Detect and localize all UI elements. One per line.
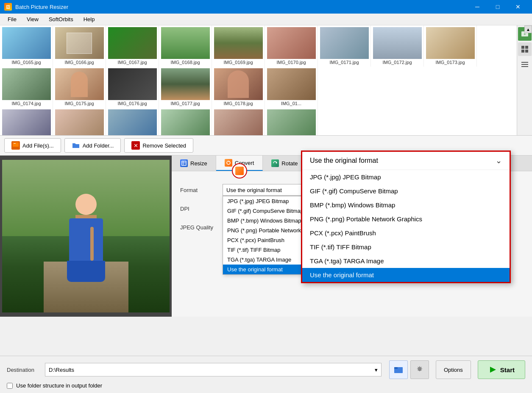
thumbnail-image [55,109,104,135]
thumbnail-image [108,109,157,135]
thumbnail-image [161,109,210,135]
rotate-tab-icon [271,159,279,167]
preview-panel [0,156,172,317]
add-files-button[interactable]: Add File(s)... [4,138,61,153]
title-bar: 🖼 Batch Picture Resizer ─ □ ✕ [0,0,532,14]
add-files-label: Add File(s)... [22,142,54,149]
list-item[interactable]: IMG_0174.jpg [0,67,53,108]
large-format-option-pcx[interactable]: PCX (*.pcx) PaintBrush [302,226,510,240]
list-item[interactable]: IMG_0172.jpg [371,25,424,67]
list-item[interactable]: IMG_0194.JPG [106,108,159,135]
list-item[interactable]: IMG_01... [265,67,318,108]
svg-rect-6 [521,62,528,63]
thumbnail-image [426,27,475,59]
thumbnail-image [2,68,51,100]
thumbnail-image [55,27,104,59]
bottom-bar: Destination D:\Results ▾ Options Start U… [0,356,532,393]
thumbnail-scroll: IMG_0165.jpg IMG_0166.jpg IMG_0167.jpg I… [0,25,517,135]
tab-convert[interactable]: Convert [216,156,263,171]
list-item[interactable]: IMG_01... [265,108,318,135]
menu-file[interactable]: File [3,14,21,24]
thumbnail-image [2,109,51,135]
large-format-option-bmp[interactable]: BMP (*.bmp) Windows Bitmap [302,198,510,212]
destination-chevron: ▾ [375,367,378,373]
add-folder-icon [72,141,80,150]
settings-button[interactable] [410,360,429,379]
list-item[interactable]: IMG_0168.jpg [159,25,212,67]
large-format-option-original[interactable]: Use the original format [302,268,510,282]
start-button-wrapper: Start [478,360,525,379]
svg-rect-10 [14,143,16,144]
list-item[interactable]: IMG_0169.jpg [212,25,265,67]
thumbnail-label: IMG_0165.jpg [11,60,41,65]
tab-resize[interactable]: Resize [172,156,216,171]
format-label: Format [180,187,223,193]
preview-image [2,160,170,312]
thumbnail-image [2,27,51,59]
scroll-up-button[interactable]: ▲ [524,25,532,33]
thumbnail-area: IMG_0165.jpg IMG_0166.jpg IMG_0167.jpg I… [0,25,532,136]
thumbnail-label: IMG_0176.jpg [117,101,147,106]
resize-tab-icon [180,159,188,167]
large-format-option-tga[interactable]: TGA (*.tga) TARGA Image [302,254,510,268]
menu-softorbits[interactable]: SoftOrbits [45,14,78,24]
grid-view-icon[interactable] [518,42,532,56]
svg-rect-4 [521,50,524,53]
list-item[interactable]: IMG_0183.jpg [0,108,53,135]
options-button[interactable]: Options [436,360,471,379]
thumbnail-label: IMG_0177.jpg [170,101,200,106]
remove-selected-button[interactable]: ✕ Remove Selected [124,138,193,153]
list-item[interactable]: IMG_0167.jpg [106,25,159,67]
thumbnail-label: IMG_0170.jpg [276,60,306,65]
folder-structure-checkbox[interactable] [7,383,13,389]
large-format-option-tif[interactable]: TIF (*.tif) TIFF Bitmap [302,240,510,254]
maximize-button[interactable]: □ [488,0,507,14]
view-controls: + [517,25,532,135]
thumbnail-label: IMG_01... [281,101,301,106]
list-item[interactable]: IMG_0178.jpg [212,67,265,108]
convert-tab-icon [225,159,232,167]
jpeg-quality-label: JPEG Quality [180,224,223,231]
add-folder-button[interactable]: Add Folder... [64,138,121,153]
list-item[interactable]: IMG_0176.jpg [106,67,159,108]
menu-view[interactable]: View [22,14,43,24]
tab-rotate-label: Rotate [281,160,298,167]
large-dropdown-header[interactable]: Use the original format ⌄ [302,152,510,170]
tab-rotate[interactable]: Rotate [263,156,306,171]
destination-row: Destination D:\Results ▾ Options Start [7,360,525,379]
thumbnail-label: IMG_0173.jpg [435,60,465,65]
list-item[interactable]: IMG_0173.jpg [424,25,477,67]
list-item[interactable]: IMG_0170.jpg [265,25,318,67]
list-item[interactable]: IMG_0184.jpg [53,108,106,135]
person-silhouette [61,194,111,287]
large-format-option-png[interactable]: PNG (*.png) Portable Network Graphics [302,212,510,226]
close-button[interactable]: ✕ [508,0,528,14]
list-item[interactable]: IMG_0171.jpg [318,25,371,67]
start-button[interactable]: Start [478,360,525,379]
thumbnail-label: IMG_0175.jpg [64,101,94,106]
list-item[interactable]: IMG_0177.jpg [159,67,212,108]
minimize-button[interactable]: ─ [468,0,487,14]
list-item[interactable]: IMG_0165.jpg [0,25,53,67]
list-item[interactable]: IMG_0175.jpg [53,67,106,108]
convert-indicator [232,163,247,178]
thumbnail-image [108,27,157,59]
thumbnail-label: IMG_0169.jpg [223,60,253,65]
thumbnail-label: IMG_0171.jpg [329,60,359,65]
menu-help[interactable]: Help [79,14,99,24]
thumbnail-row-3: IMG_0183.jpg IMG_0184.jpg IMG_0194.JPG I… [0,108,517,135]
list-item[interactable]: IMG_0166.jpg [53,25,106,67]
list-view-icon[interactable] [518,58,532,71]
destination-input[interactable]: D:\Results ▾ [45,363,382,376]
destination-label: Destination [7,367,41,373]
large-format-option-jpg[interactable]: JPG (*.jpg) JPEG Bitmap [302,170,510,184]
thumbnail-image [214,109,263,135]
list-item[interactable]: IMG_0196.jpg [212,108,265,135]
browse-destination-button[interactable] [389,360,408,379]
list-item[interactable]: IMG_0195.JPG [159,108,212,135]
remove-icon: ✕ [131,141,140,150]
large-format-dropdown: Use the original format ⌄ JPG (*.jpg) JP… [301,151,511,283]
thumbnail-label: IMG_0178.jpg [223,101,253,106]
thumbnail-row-2: IMG_0174.jpg IMG_0175.jpg IMG_0176.jpg I… [0,67,517,108]
large-format-option-gif[interactable]: GIF (*.gif) CompuServe Bitmap [302,184,510,198]
